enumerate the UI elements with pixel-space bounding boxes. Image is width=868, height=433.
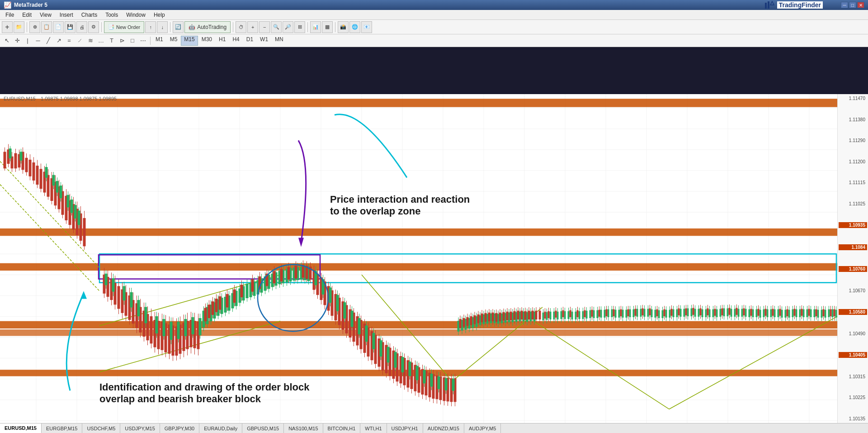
tab-gbpusd-m15[interactable]: GBPUSD,M15 (242, 423, 284, 433)
tf-h4[interactable]: H4 (229, 36, 242, 46)
tab-eurgbp-m15[interactable]: EURGBP,M15 (42, 423, 83, 433)
menu-window[interactable]: Window (123, 11, 149, 19)
title-bar: 📈 MetaTrader 5 TradingFinder ─ □ ✕ (0, 0, 868, 10)
close-button[interactable]: ✕ (857, 2, 864, 8)
price-1.10935: 1.10935 (839, 222, 867, 228)
tf-m1[interactable]: M1 (152, 36, 166, 46)
fit-button[interactable]: ⊞ (294, 21, 305, 33)
object-list-button[interactable]: 📋 (41, 21, 52, 33)
chart-svg[interactable]: 1 Oct 2024 1 Oct 05:00 1 Oct 09:00 1 Oct… (0, 94, 837, 433)
diagonal-line-tool[interactable]: ╱ (43, 36, 53, 46)
vertical-line-tool[interactable]: | (23, 36, 33, 46)
objects-button[interactable]: ▦ (322, 21, 333, 33)
chart-container[interactable]: EURUSD,M15 1.09875 1.09898 1.09875 1.098… (0, 94, 868, 433)
menu-view[interactable]: View (36, 11, 55, 19)
sep2 (101, 22, 102, 32)
price-1.11290: 1.11290 (839, 138, 867, 143)
tab-nas100-m15[interactable]: NAS100,M15 (284, 423, 323, 433)
tf-mn[interactable]: MN (272, 36, 287, 46)
menu-help[interactable]: Help (150, 11, 169, 19)
new-order-button[interactable]: 📑 New Order (104, 21, 144, 33)
globe-button[interactable]: 🌐 (349, 21, 360, 33)
tab-audjpy-m5[interactable]: AUDJPY,M5 (464, 423, 501, 433)
tf-m30[interactable]: M30 (198, 36, 215, 46)
refresh-button[interactable]: 🔄 (173, 21, 184, 33)
text-tool[interactable]: T (107, 36, 117, 46)
channel-tool[interactable]: ⟋ (75, 36, 85, 46)
tab-usdjpy-h1[interactable]: USDJPY,H1 (387, 423, 423, 433)
tab-usdchf-m5[interactable]: USDCHF,M5 (82, 423, 120, 433)
trend-line-tool[interactable]: ↗ (54, 36, 64, 46)
tab-eurusd-m15[interactable]: EURUSD,M15 (0, 423, 42, 433)
zoom-in-button[interactable]: + (247, 21, 258, 33)
menu-insert[interactable]: Insert (56, 11, 77, 19)
tf-d1[interactable]: D1 (243, 36, 256, 46)
maximize-button[interactable]: □ (849, 2, 856, 8)
screenshot-button[interactable]: 📸 (338, 21, 349, 33)
price-1.10670: 1.10670 (839, 288, 867, 293)
tab-gbpjpy-m30[interactable]: GBPJPY,M30 (160, 423, 199, 433)
parallel-lines-tool[interactable]: = (64, 36, 74, 46)
more-shapes-btn[interactable]: ⋯ (138, 36, 148, 46)
menu-charts[interactable]: Charts (78, 11, 101, 19)
zoom-out2-button[interactable]: 🔎 (283, 21, 293, 33)
svg-rect-1 (768, 1, 769, 9)
more-tools-btn[interactable]: … (96, 36, 106, 46)
new-order-icon: 📑 (108, 24, 114, 30)
fibonacci-retr-tool[interactable]: ≋ (85, 36, 95, 46)
tf-h1[interactable]: H1 (216, 36, 229, 46)
tab-usdjpy-m15[interactable]: USDJPY,M15 (120, 423, 160, 433)
zoom-out-button[interactable]: − (259, 21, 270, 33)
chart-timeframe-button[interactable]: ⏱ (236, 21, 246, 33)
tf-m15[interactable]: M15 (181, 36, 198, 46)
templates-button[interactable]: 📄 (53, 21, 64, 33)
crosshair-tool[interactable]: ✛ (12, 36, 22, 46)
horizontal-line-tool[interactable]: ─ (33, 36, 43, 46)
tab-audnzd-m15[interactable]: AUDNZD,M15 (423, 423, 464, 433)
tradingfinder-logo-text: TradingFinder (777, 1, 823, 9)
arrow-mark-tool[interactable]: ⊳ (117, 36, 127, 46)
arrow-tool[interactable]: ↖ (2, 36, 12, 46)
sep4 (233, 22, 233, 32)
menu-edit[interactable]: Edit (19, 11, 35, 19)
menu-file[interactable]: File (2, 11, 18, 19)
price-1.10490: 1.10490 (839, 331, 867, 336)
buy-button[interactable]: ↑ (145, 21, 156, 33)
sep6 (335, 22, 335, 32)
toolbar2: ↖ ✛ | ─ ╱ ↗ = ⟋ ≋ … T ⊳ □ ⋯ M1 M5 M15 M3… (0, 34, 868, 47)
zoom-button[interactable]: 🔍 (271, 21, 282, 33)
rect-tool[interactable]: □ (127, 36, 137, 46)
trading-button[interactable]: 📊 (310, 21, 321, 33)
new-chart-button[interactable]: + (2, 21, 13, 33)
save-button[interactable]: 💾 (65, 21, 75, 33)
price-1.11025: 1.11025 (839, 201, 867, 206)
sep3 (170, 22, 170, 32)
auto-trading-button[interactable]: 🤖 AutoTrading (184, 21, 231, 33)
toolbar1: + 📁 ⊕ 📋 📄 💾 🖨 ⚙ 📑 New Order ↑ ↓ 🔄 🤖 Auto… (0, 20, 868, 34)
menu-tools[interactable]: Tools (102, 11, 122, 19)
sell-button[interactable]: ↓ (157, 21, 168, 33)
tab-euraud-daily[interactable]: EURAUD,Daily (199, 423, 242, 433)
profile-button[interactable]: 📁 (14, 21, 24, 33)
properties-button[interactable]: ⚙ (88, 21, 99, 33)
tradingfinder-logo-icon (764, 1, 774, 9)
overlap-zone (0, 263, 837, 271)
svg-rect-0 (765, 3, 767, 9)
tf-m5[interactable]: M5 (167, 36, 181, 46)
tab-bitcoin-h1[interactable]: BITCOIN,H1 (323, 423, 361, 433)
price-1.10405: 1.10405 (839, 352, 867, 358)
auto-trading-label: AutoTrading (197, 24, 226, 30)
sep5 (307, 22, 308, 32)
sep1 (27, 22, 27, 32)
title-bar-controls[interactable]: ─ □ ✕ (841, 2, 864, 8)
price-1.11115: 1.11115 (839, 180, 867, 185)
app-logo-icon: 📈 (4, 1, 11, 9)
tab-wti-h1[interactable]: WTI,H1 (360, 423, 387, 433)
supply-zone-1 (0, 99, 837, 107)
tf-w1[interactable]: W1 (257, 36, 271, 46)
indicator-button[interactable]: ⊕ (29, 21, 40, 33)
email-button[interactable]: 📧 (361, 21, 372, 33)
print-button[interactable]: 🖨 (76, 21, 87, 33)
minimize-button[interactable]: ─ (841, 2, 848, 8)
demand-zone-1 (0, 321, 837, 328)
